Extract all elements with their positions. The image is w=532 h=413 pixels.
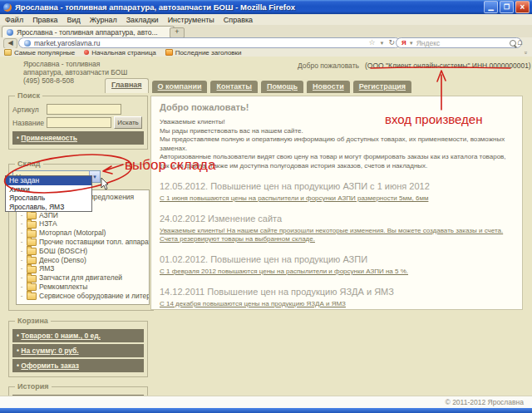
site-navigation: Главная О компании Контакты Помощь Новос… — [105, 78, 411, 93]
menu-tools[interactable]: Инструменты — [168, 16, 214, 24]
expander-icon[interactable] — [19, 273, 24, 283]
tree-item: Денсо (Denso) — [19, 256, 149, 265]
navigation-toolbar: ◀ market.yaroslavna.ru ☆ ▼ ↻ Я ▼ Яндекс … — [0, 37, 532, 48]
folder-icon — [27, 212, 37, 219]
menu-history[interactable]: Журнал — [90, 16, 117, 24]
bookmark-getting-started[interactable]: Начальная страница — [84, 49, 155, 57]
cart-count-link[interactable]: Товаров: 0 наим., 0 ед. — [21, 332, 101, 340]
expander-icon[interactable] — [19, 229, 24, 238]
tree-item-label[interactable]: Моторпал (Motorpal) — [39, 229, 106, 238]
bookmark-star-icon[interactable]: ☆ — [368, 39, 375, 47]
welcome-paragraph: Уважаемые клиенты! — [160, 118, 514, 127]
news-title: 01.02.2012. Повышение цен на продукцию А… — [160, 254, 514, 264]
window-titlebar[interactable]: Ярославна - топливная аппаратура, автоза… — [0, 0, 532, 14]
search-engine-caret-icon[interactable]: ▼ — [409, 41, 414, 46]
dropdown-option[interactable]: Ярославль — [6, 194, 91, 203]
tree-item: НЗТА — [19, 219, 149, 229]
news-title: 24.02.2012 Изменение сайта — [160, 214, 514, 224]
close-button[interactable]: × — [515, 1, 530, 13]
tree-item-label[interactable]: Запчасти для двигателей — [39, 273, 122, 283]
bookmark-most-visited[interactable]: Самые популярные — [4, 49, 75, 57]
tree-item-label[interactable]: АЗПИ — [39, 211, 58, 220]
expander-icon[interactable] — [19, 264, 24, 273]
tree-item-label[interactable]: Денсо (Denso) — [39, 256, 86, 265]
web-search-bar[interactable]: Я ▼ Яндекс — [396, 37, 522, 48]
news-link[interactable]: С 1 февраля 2012 повышаются цены на расп… — [160, 268, 514, 276]
url-text[interactable]: market.yaroslavna.ru — [34, 39, 100, 47]
welcome-paragraph: Мы предоставляем полную и оперативную ин… — [160, 135, 514, 153]
articul-label: Артикул — [12, 106, 44, 114]
name-input[interactable] — [47, 117, 111, 128]
welcome-paragraph: Мы рады приветствовать вас на нашем сайт… — [160, 127, 514, 136]
cart-total-link[interactable]: На сумму: 0 руб. — [21, 347, 78, 355]
applicability-link[interactable]: Применяемость — [21, 134, 77, 142]
expander-icon[interactable] — [19, 247, 24, 256]
folder-icon — [27, 248, 37, 255]
home-button[interactable]: ⌂ — [517, 37, 523, 47]
folder-icon — [27, 238, 37, 246]
dropdown-option[interactable]: Не задан — [6, 176, 91, 185]
checkout-link[interactable]: Оформить заказ — [21, 361, 79, 370]
cart-checkout: Оформить заказ — [12, 359, 144, 372]
firefox-window: Ярославна - топливная аппаратура, автоза… — [0, 0, 532, 413]
tab-contacts[interactable]: Контакты — [210, 81, 257, 93]
tab-news[interactable]: Новости — [307, 81, 350, 93]
news-link[interactable]: Уважаемые клиенты! На нашем сайте произо… — [160, 227, 514, 243]
page-footer: © 2011-2012 Ярославна — [0, 396, 532, 408]
main-content: Добро пожаловать! Уважаемые клиенты! Мы … — [150, 96, 523, 310]
tree-item-label[interactable]: БОШ (BOSCH) — [39, 247, 87, 256]
tab-help[interactable]: Помощь — [261, 81, 303, 93]
expander-icon[interactable] — [19, 283, 24, 292]
expander-icon[interactable] — [19, 219, 24, 229]
expander-icon[interactable] — [19, 256, 24, 265]
dropdown-option[interactable]: Ярославль, ЯМЗ — [6, 203, 91, 212]
news-link[interactable]: С 14 декабря повышаются цены на продукци… — [160, 300, 514, 308]
menu-file[interactable]: Файл — [5, 16, 23, 24]
tree-item-label[interactable]: Ремкомплекты — [39, 283, 87, 292]
folder-icon — [27, 230, 37, 238]
taskbar-edge — [0, 408, 532, 413]
tab-registration[interactable]: Регистрация — [353, 81, 411, 93]
search-button[interactable]: Искать — [114, 116, 142, 129]
overflow-chevron-icon[interactable]: » — [524, 51, 530, 54]
articul-input[interactable] — [47, 104, 121, 115]
welcome-label: Добро пожаловать — [298, 61, 359, 70]
site-identity-icon — [24, 40, 31, 47]
bookmark-label: Начальная страница — [91, 49, 155, 57]
folder-icon — [27, 293, 37, 300]
tab-strip: Ярославна - топливная аппаратура, авто..… — [0, 25, 532, 37]
tree-item: Сервисное оборудование и литература — [19, 292, 149, 301]
menu-bookmarks[interactable]: Закладки — [126, 16, 159, 24]
minimize-button[interactable]: ▁ — [484, 1, 498, 13]
company-line: аппаратура, автозапчасти БОШ — [23, 68, 127, 76]
menu-edit[interactable]: Правка — [32, 16, 57, 24]
copyright: © 2011-2012 Ярославна — [446, 398, 524, 406]
warehouse-dropdown-list: Не задан Химки Ярославль Ярославль, ЯМЗ — [5, 175, 92, 212]
tree-item: Моторпал (Motorpal) — [19, 229, 149, 238]
search-magnifier-icon[interactable] — [510, 40, 516, 47]
expander-icon[interactable] — [19, 238, 24, 247]
tree-item-label[interactable]: Сервисное оборудование и литература — [39, 292, 150, 301]
cart-total: На сумму: 0 руб. — [12, 344, 144, 357]
tree-item-label[interactable]: Прочие поставщики топл. аппаратуры — [39, 238, 150, 247]
expander-icon[interactable] — [19, 292, 24, 301]
bookmark-latest-headlines[interactable]: Последние заголовки — [165, 49, 242, 57]
url-bar[interactable]: market.yaroslavna.ru ☆ ▼ ↻ — [18, 37, 401, 48]
tree-item-label[interactable]: ЯМЗ — [39, 264, 54, 273]
reload-icon[interactable]: ↻ — [388, 39, 395, 47]
browser-tab[interactable]: Ярославна - топливная аппаратура, авто..… — [2, 26, 175, 38]
tree-item: БОШ (BOSCH) — [19, 247, 149, 256]
search-engine-icon[interactable]: Я — [401, 39, 406, 47]
menu-help[interactable]: Справка — [224, 16, 253, 24]
tree-item: ЯМЗ — [19, 264, 149, 273]
expander-icon[interactable] — [19, 211, 24, 220]
dropdown-caret-icon[interactable]: ▼ — [380, 41, 385, 46]
folder-icon — [27, 275, 37, 283]
maximize-button[interactable]: ❐ — [500, 1, 514, 13]
tree-item-label[interactable]: НЗТА — [39, 219, 57, 229]
news-link[interactable]: С 1 июня повышаются цены на распылители … — [160, 194, 514, 203]
menu-view[interactable]: Вид — [67, 16, 81, 24]
tab-about[interactable]: О компании — [152, 81, 208, 93]
dropdown-option[interactable]: Химки — [6, 185, 91, 194]
welcome-paragraph: Авторизованные пользователи видят свою ц… — [160, 153, 514, 170]
